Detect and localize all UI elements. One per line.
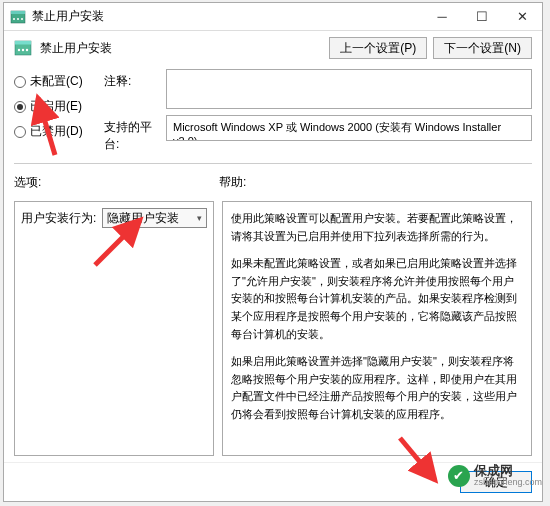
help-label: 帮助: xyxy=(219,174,532,191)
radio-icon xyxy=(14,101,26,113)
svg-point-4 xyxy=(21,18,23,20)
main-content: 用户安装行为: 隐藏用户安装 ▾ 使用此策略设置可以配置用户安装。若要配置此策略… xyxy=(4,195,542,462)
chevron-down-icon: ▾ xyxy=(197,213,202,223)
platform-text: Microsoft Windows XP 或 Windows 2000 (安装有… xyxy=(166,115,532,141)
svg-point-8 xyxy=(22,49,24,51)
policy-icon xyxy=(14,39,32,57)
dialog-window: 禁止用户安装 ─ ☐ ✕ 禁止用户安装 上一个设置(P) 下一个设置(N) 未配… xyxy=(3,2,543,502)
svg-rect-6 xyxy=(15,41,31,45)
radio-enabled[interactable]: 已启用(E) xyxy=(14,98,104,115)
options-label: 选项: xyxy=(14,174,219,191)
header-row: 禁止用户安装 上一个设置(P) 下一个设置(N) xyxy=(4,31,542,65)
behavior-dropdown[interactable]: 隐藏用户安装 ▾ xyxy=(102,208,207,228)
radio-icon xyxy=(14,76,26,88)
svg-point-3 xyxy=(17,18,19,20)
window-controls: ─ ☐ ✕ xyxy=(422,3,542,31)
comment-label: 注释: xyxy=(104,69,160,90)
platform-label: 支持的平台: xyxy=(104,115,160,153)
radio-disabled[interactable]: 已禁用(D) xyxy=(14,123,104,140)
config-section: 未配置(C) 已启用(E) 已禁用(D) 注释: 支持的平台: Microsof… xyxy=(4,65,542,157)
maximize-button[interactable]: ☐ xyxy=(462,3,502,31)
titlebar: 禁止用户安装 ─ ☐ ✕ xyxy=(4,3,542,31)
radio-label: 已禁用(D) xyxy=(30,123,83,140)
radio-icon xyxy=(14,126,26,138)
ok-button[interactable]: 确定 xyxy=(460,471,532,493)
radio-label: 已启用(E) xyxy=(30,98,82,115)
dropdown-value: 隐藏用户安装 xyxy=(107,210,179,227)
help-paragraph: 使用此策略设置可以配置用户安装。若要配置此策略设置，请将其设置为已启用并使用下拉… xyxy=(231,210,523,245)
prev-setting-button[interactable]: 上一个设置(P) xyxy=(329,37,427,59)
help-paragraph: 如果未配置此策略设置，或者如果已启用此策略设置并选择了"允许用户安装"，则安装程… xyxy=(231,255,523,343)
radio-group: 未配置(C) 已启用(E) 已禁用(D) xyxy=(14,69,104,140)
behavior-label: 用户安装行为: xyxy=(21,210,96,227)
svg-point-2 xyxy=(13,18,15,20)
help-paragraph: 如果启用此策略设置并选择"隐藏用户安装"，则安装程序将忽略按照每个用户安装的应用… xyxy=(231,353,523,423)
svg-point-7 xyxy=(18,49,20,51)
next-setting-button[interactable]: 下一个设置(N) xyxy=(433,37,532,59)
minimize-button[interactable]: ─ xyxy=(422,3,462,31)
app-icon xyxy=(10,9,26,25)
svg-rect-1 xyxy=(11,11,25,14)
divider xyxy=(14,163,532,164)
radio-not-configured[interactable]: 未配置(C) xyxy=(14,73,104,90)
policy-title: 禁止用户安装 xyxy=(40,40,321,57)
svg-point-9 xyxy=(26,49,28,51)
options-panel: 用户安装行为: 隐藏用户安装 ▾ xyxy=(14,201,214,456)
section-labels: 选项: 帮助: xyxy=(4,170,542,195)
window-title: 禁止用户安装 xyxy=(32,8,422,25)
footer: 确定 xyxy=(4,462,542,501)
close-button[interactable]: ✕ xyxy=(502,3,542,31)
help-panel: 使用此策略设置可以配置用户安装。若要配置此策略设置，请将其设置为已启用并使用下拉… xyxy=(222,201,532,456)
comment-input[interactable] xyxy=(166,69,532,109)
radio-label: 未配置(C) xyxy=(30,73,83,90)
